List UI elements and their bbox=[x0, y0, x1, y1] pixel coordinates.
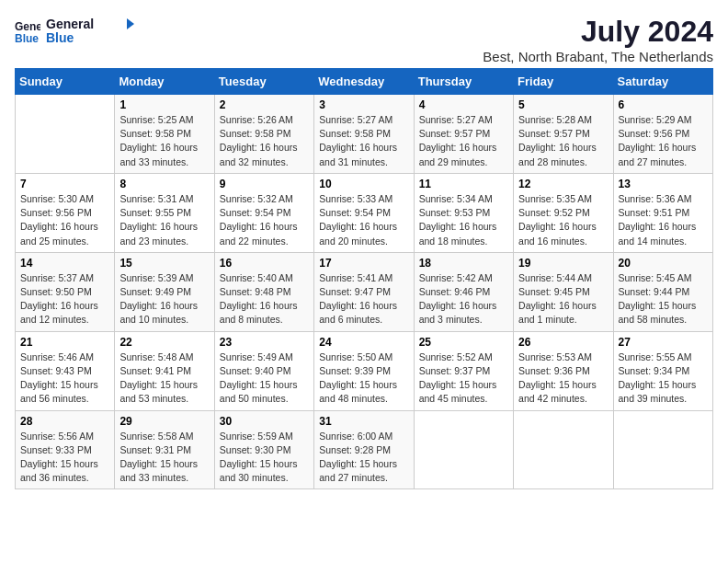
day-number: 17 bbox=[319, 257, 408, 270]
calendar-week-row: 7Sunrise: 5:30 AM Sunset: 9:56 PM Daylig… bbox=[16, 173, 713, 252]
svg-text:General: General bbox=[15, 20, 40, 33]
day-number: 28 bbox=[20, 415, 109, 428]
day-number: 16 bbox=[220, 257, 309, 270]
day-info: Sunrise: 5:58 AM Sunset: 9:31 PM Dayligh… bbox=[119, 430, 209, 486]
day-info: Sunrise: 5:37 AM Sunset: 9:50 PM Dayligh… bbox=[20, 271, 109, 327]
day-number: 15 bbox=[119, 257, 209, 270]
day-info: Sunrise: 5:34 AM Sunset: 9:53 PM Dayligh… bbox=[419, 192, 508, 248]
title-area: July 2024 Best, North Brabant, The Nethe… bbox=[483, 15, 713, 64]
calendar-cell: 20Sunrise: 5:45 AM Sunset: 9:44 PM Dayli… bbox=[613, 252, 712, 331]
day-number: 19 bbox=[518, 257, 608, 270]
calendar-cell: 25Sunrise: 5:52 AM Sunset: 9:37 PM Dayli… bbox=[414, 331, 513, 410]
day-info: Sunrise: 5:49 AM Sunset: 9:40 PM Dayligh… bbox=[220, 350, 309, 407]
calendar-cell: 3Sunrise: 5:27 AM Sunset: 9:58 PM Daylig… bbox=[314, 95, 414, 174]
day-number: 5 bbox=[518, 98, 608, 111]
header-thursday: Thursday bbox=[414, 69, 513, 95]
day-number: 21 bbox=[20, 336, 109, 349]
day-info: Sunrise: 5:52 AM Sunset: 9:37 PM Dayligh… bbox=[419, 350, 508, 407]
day-number: 1 bbox=[119, 98, 209, 111]
calendar-cell: 24Sunrise: 5:50 AM Sunset: 9:39 PM Dayli… bbox=[314, 331, 414, 410]
calendar-cell: 12Sunrise: 5:35 AM Sunset: 9:52 PM Dayli… bbox=[514, 173, 613, 252]
day-number: 7 bbox=[20, 178, 109, 190]
calendar-cell: 30Sunrise: 5:59 AM Sunset: 9:30 PM Dayli… bbox=[214, 410, 313, 489]
calendar-cell: 18Sunrise: 5:42 AM Sunset: 9:46 PM Dayli… bbox=[414, 252, 513, 331]
day-info: Sunrise: 5:32 AM Sunset: 9:54 PM Dayligh… bbox=[220, 192, 309, 248]
calendar-cell: 9Sunrise: 5:32 AM Sunset: 9:54 PM Daylig… bbox=[214, 173, 313, 252]
day-number: 22 bbox=[119, 336, 209, 349]
calendar-cell: 26Sunrise: 5:53 AM Sunset: 9:36 PM Dayli… bbox=[514, 331, 613, 410]
calendar-table: SundayMondayTuesdayWednesdayThursdayFrid… bbox=[15, 68, 713, 489]
calendar-week-row: 1Sunrise: 5:25 AM Sunset: 9:58 PM Daylig… bbox=[16, 95, 713, 174]
logo-icon: General Blue bbox=[15, 18, 40, 44]
svg-text:Blue: Blue bbox=[15, 32, 39, 44]
day-number: 29 bbox=[119, 415, 209, 428]
day-info: Sunrise: 5:41 AM Sunset: 9:47 PM Dayligh… bbox=[319, 271, 408, 327]
day-info: Sunrise: 5:44 AM Sunset: 9:45 PM Dayligh… bbox=[518, 271, 608, 327]
calendar-cell: 13Sunrise: 5:36 AM Sunset: 9:51 PM Dayli… bbox=[613, 173, 712, 252]
day-number: 10 bbox=[319, 178, 408, 190]
day-info: Sunrise: 5:35 AM Sunset: 9:52 PM Dayligh… bbox=[518, 192, 608, 248]
calendar-cell: 5Sunrise: 5:28 AM Sunset: 9:57 PM Daylig… bbox=[514, 95, 613, 174]
day-number: 31 bbox=[319, 415, 408, 428]
calendar-cell: 19Sunrise: 5:44 AM Sunset: 9:45 PM Dayli… bbox=[514, 252, 613, 331]
location-text: Best, North Brabant, The Netherlands bbox=[483, 49, 713, 64]
calendar-header-row: SundayMondayTuesdayWednesdayThursdayFrid… bbox=[16, 69, 713, 95]
calendar-cell: 6Sunrise: 5:29 AM Sunset: 9:56 PM Daylig… bbox=[613, 95, 712, 174]
day-info: Sunrise: 5:39 AM Sunset: 9:49 PM Dayligh… bbox=[119, 271, 209, 327]
day-info: Sunrise: 5:36 AM Sunset: 9:51 PM Dayligh… bbox=[619, 192, 708, 248]
calendar-cell: 4Sunrise: 5:27 AM Sunset: 9:57 PM Daylig… bbox=[414, 95, 513, 174]
day-info: Sunrise: 6:00 AM Sunset: 9:28 PM Dayligh… bbox=[319, 430, 408, 486]
header-saturday: Saturday bbox=[613, 69, 712, 95]
day-info: Sunrise: 5:27 AM Sunset: 9:57 PM Dayligh… bbox=[419, 113, 508, 169]
calendar-week-row: 28Sunrise: 5:56 AM Sunset: 9:33 PM Dayli… bbox=[16, 410, 713, 489]
calendar-cell: 1Sunrise: 5:25 AM Sunset: 9:58 PM Daylig… bbox=[115, 95, 214, 174]
header-tuesday: Tuesday bbox=[214, 69, 313, 95]
day-info: Sunrise: 5:55 AM Sunset: 9:34 PM Dayligh… bbox=[619, 350, 708, 407]
calendar-cell: 15Sunrise: 5:39 AM Sunset: 9:49 PM Dayli… bbox=[115, 252, 214, 331]
day-number: 27 bbox=[619, 336, 708, 349]
day-info: Sunrise: 5:48 AM Sunset: 9:41 PM Dayligh… bbox=[119, 350, 209, 407]
calendar-week-row: 21Sunrise: 5:46 AM Sunset: 9:43 PM Dayli… bbox=[16, 331, 713, 410]
svg-text:Blue: Blue bbox=[46, 30, 74, 45]
day-number: 26 bbox=[518, 336, 608, 349]
day-number: 30 bbox=[220, 415, 309, 428]
calendar-cell: 23Sunrise: 5:49 AM Sunset: 9:40 PM Dayli… bbox=[214, 331, 313, 410]
day-number: 20 bbox=[619, 257, 708, 270]
day-number: 25 bbox=[419, 336, 508, 349]
day-number: 8 bbox=[119, 178, 209, 190]
day-info: Sunrise: 5:28 AM Sunset: 9:57 PM Dayligh… bbox=[518, 113, 608, 169]
day-number: 24 bbox=[319, 336, 408, 349]
day-number: 9 bbox=[220, 178, 309, 190]
day-number: 23 bbox=[220, 336, 309, 349]
day-number: 4 bbox=[419, 98, 508, 111]
day-info: Sunrise: 5:26 AM Sunset: 9:58 PM Dayligh… bbox=[220, 113, 309, 169]
calendar-cell: 11Sunrise: 5:34 AM Sunset: 9:53 PM Dayli… bbox=[414, 173, 513, 252]
calendar-cell: 10Sunrise: 5:33 AM Sunset: 9:54 PM Dayli… bbox=[314, 173, 414, 252]
day-info: Sunrise: 5:45 AM Sunset: 9:44 PM Dayligh… bbox=[619, 271, 708, 327]
day-info: Sunrise: 5:31 AM Sunset: 9:55 PM Dayligh… bbox=[119, 192, 209, 248]
calendar-cell bbox=[16, 95, 115, 174]
day-number: 6 bbox=[619, 98, 708, 111]
calendar-cell: 21Sunrise: 5:46 AM Sunset: 9:43 PM Dayli… bbox=[16, 331, 115, 410]
day-info: Sunrise: 5:25 AM Sunset: 9:58 PM Dayligh… bbox=[119, 113, 209, 169]
svg-text:General: General bbox=[46, 17, 94, 31]
day-number: 13 bbox=[619, 178, 708, 190]
day-info: Sunrise: 5:29 AM Sunset: 9:56 PM Dayligh… bbox=[619, 113, 708, 169]
day-number: 2 bbox=[220, 98, 309, 111]
month-year-title: July 2024 bbox=[483, 15, 713, 49]
calendar-cell: 16Sunrise: 5:40 AM Sunset: 9:48 PM Dayli… bbox=[214, 252, 313, 331]
calendar-cell bbox=[414, 410, 513, 489]
header-friday: Friday bbox=[514, 69, 613, 95]
calendar-cell: 31Sunrise: 6:00 AM Sunset: 9:28 PM Dayli… bbox=[314, 410, 414, 489]
day-number: 18 bbox=[419, 257, 508, 270]
day-number: 3 bbox=[319, 98, 408, 111]
calendar-cell: 7Sunrise: 5:30 AM Sunset: 9:56 PM Daylig… bbox=[16, 173, 115, 252]
day-info: Sunrise: 5:42 AM Sunset: 9:46 PM Dayligh… bbox=[419, 271, 508, 327]
header: General Blue General Blue July 2024 Best… bbox=[15, 15, 713, 64]
day-info: Sunrise: 5:30 AM Sunset: 9:56 PM Dayligh… bbox=[20, 192, 109, 248]
calendar-cell: 2Sunrise: 5:26 AM Sunset: 9:58 PM Daylig… bbox=[214, 95, 313, 174]
calendar-cell: 14Sunrise: 5:37 AM Sunset: 9:50 PM Dayli… bbox=[16, 252, 115, 331]
header-monday: Monday bbox=[115, 69, 214, 95]
calendar-cell bbox=[514, 410, 613, 489]
day-info: Sunrise: 5:40 AM Sunset: 9:48 PM Dayligh… bbox=[220, 271, 309, 327]
